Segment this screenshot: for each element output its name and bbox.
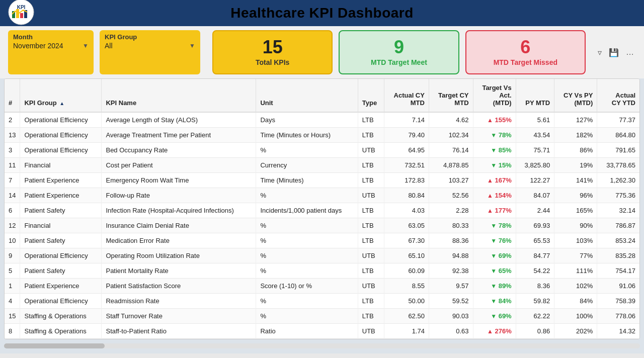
cell-kpi-group: Operational Efficiency: [20, 143, 102, 158]
cell-unit: %: [256, 233, 358, 248]
cell-unit: Ratio: [256, 324, 358, 339]
cell-target-cy-mtd: 76.14: [429, 143, 473, 158]
cell-target-vs-act: ▲ 276%: [473, 324, 516, 339]
col-actual-cy-ytd[interactable]: ActualCY YTD: [597, 79, 639, 112]
cell-target-vs-act: ▼ 84%: [473, 294, 516, 309]
cell-actual-cy-ytd: 786.87: [597, 218, 639, 233]
cell-kpi-name: Average Length of Stay (ALOS): [102, 112, 256, 128]
cell-actual-cy-mtd: 65.10: [384, 248, 429, 263]
cell-number: 2: [5, 112, 20, 128]
kpi-group-filter[interactable]: KPI Group All ▼: [100, 30, 200, 74]
cell-target-vs-act: ▼ 65%: [473, 263, 516, 279]
cell-cy-vs-py: 100%: [554, 309, 597, 324]
col-type[interactable]: Type: [358, 79, 384, 112]
cell-cy-vs-py: 90%: [554, 218, 597, 233]
cell-actual-cy-ytd: 754.17: [597, 263, 639, 279]
cell-unit: %: [256, 294, 358, 309]
cell-actual-cy-mtd: 80.84: [384, 188, 429, 203]
cell-actual-cy-mtd: 4.03: [384, 203, 429, 218]
col-cy-vs-py[interactable]: CY Vs PY(MTD): [554, 79, 597, 112]
cell-cy-vs-py: 127%: [554, 112, 597, 128]
cell-unit: Time (Minutes or Hours): [256, 128, 358, 143]
col-unit[interactable]: Unit: [256, 79, 358, 112]
total-kpis-card: 15 Total KPIs: [212, 30, 333, 74]
more-options-icon[interactable]: …: [624, 46, 636, 59]
col-kpi-name[interactable]: KPI Name: [102, 79, 256, 112]
cell-target-vs-act: ▲ 167%: [473, 173, 516, 188]
cell-number: 4: [5, 294, 20, 309]
month-chevron-icon: ▼: [83, 42, 89, 49]
month-filter[interactable]: Month November 2024 ▼: [8, 30, 94, 74]
col-target-cy-mtd[interactable]: Target CYMTD: [429, 79, 473, 112]
cell-kpi-group: Operational Efficiency: [20, 112, 102, 128]
cell-target-cy-mtd: 88.36: [429, 233, 473, 248]
kpi-table-container: # KPI Group ▲ KPI Name Unit Type Actual …: [4, 78, 640, 339]
cell-kpi-name: Medication Error Rate: [102, 233, 256, 248]
arrow-down-icon: ▼: [491, 132, 497, 139]
cell-type: UTB: [358, 188, 384, 203]
target-missed-card: 6 MTD Target Missed: [465, 30, 586, 74]
horizontal-scrollbar[interactable]: [4, 343, 640, 348]
cell-actual-cy-ytd: 778.06: [597, 309, 639, 324]
cell-type: UTB: [358, 248, 384, 263]
arrow-up-icon: ▲: [487, 192, 493, 199]
cell-target-vs-act: ▼ 76%: [473, 233, 516, 248]
cell-target-cy-mtd: 2.28: [429, 203, 473, 218]
cell-py-mtd: 65.53: [516, 233, 554, 248]
cell-kpi-name: Bed Occupancy Rate: [102, 143, 256, 158]
table-row: 15 Staffing & Operations Staff Turnover …: [5, 309, 639, 324]
col-py-mtd[interactable]: PY MTD: [516, 79, 554, 112]
target-meet-card: 9 MTD Target Meet: [339, 30, 459, 74]
cell-py-mtd: 62.22: [516, 309, 554, 324]
col-number[interactable]: #: [5, 79, 20, 112]
arrow-down-icon: ▼: [491, 267, 497, 275]
cell-actual-cy-ytd: 14.32: [597, 324, 639, 339]
export-icon[interactable]: 💾: [607, 46, 621, 59]
cell-target-cy-mtd: 52.56: [429, 188, 473, 203]
cell-actual-cy-ytd: 758.39: [597, 294, 639, 309]
cell-type: LTB: [358, 294, 384, 309]
cell-cy-vs-py: 103%: [554, 233, 597, 248]
kpi-group-chevron-icon: ▼: [189, 42, 195, 49]
table-row: 12 Financial Insurance Claim Denial Rate…: [5, 218, 639, 233]
cell-number: 9: [5, 248, 20, 263]
logo-icon: KPI: [8, 0, 34, 25]
col-kpi-group[interactable]: KPI Group ▲: [20, 79, 102, 112]
target-missed-number: 6: [520, 38, 530, 56]
table-row: 10 Patient Safety Medication Error Rate …: [5, 233, 639, 248]
col-target-vs-act[interactable]: Target VsAct.(MTD): [473, 79, 516, 112]
cell-target-cy-mtd: 80.33: [429, 218, 473, 233]
filter-icon[interactable]: ▿: [596, 46, 604, 59]
cell-target-vs-act: ▲ 154%: [473, 188, 516, 203]
cell-unit: Incidents/1,000 patient days: [256, 203, 358, 218]
target-meet-label: MTD Target Meet: [371, 58, 427, 66]
cell-actual-cy-mtd: 63.05: [384, 218, 429, 233]
page-title: Healthcare KPI Dashboard: [230, 5, 414, 21]
cell-actual-cy-ytd: 77.37: [597, 112, 639, 128]
cell-cy-vs-py: 84%: [554, 294, 597, 309]
cell-actual-cy-mtd: 7.14: [384, 112, 429, 128]
cell-kpi-name: Staff-to-Patient Ratio: [102, 324, 256, 339]
table-row: 6 Patient Safety Infection Rate (Hospita…: [5, 203, 639, 218]
cell-kpi-group: Staffing & Operations: [20, 324, 102, 339]
col-actual-cy-mtd[interactable]: Actual CYMTD: [384, 79, 429, 112]
cell-kpi-name: Follow-up Rate: [102, 188, 256, 203]
cell-unit: %: [256, 248, 358, 263]
cell-kpi-group: Operational Efficiency: [20, 294, 102, 309]
cell-target-vs-act: ▼ 15%: [473, 158, 516, 173]
cell-cy-vs-py: 19%: [554, 158, 597, 173]
cell-target-cy-mtd: 94.88: [429, 248, 473, 263]
cell-actual-cy-ytd: 864.80: [597, 128, 639, 143]
svg-rect-3: [16, 9, 19, 18]
target-missed-label: MTD Target Missed: [494, 58, 557, 66]
cell-kpi-group: Financial: [20, 158, 102, 173]
cell-kpi-group: Operational Efficiency: [20, 128, 102, 143]
scrollbar-thumb[interactable]: [4, 343, 105, 348]
target-meet-number: 9: [394, 38, 404, 56]
cell-actual-cy-ytd: 1,262.30: [597, 173, 639, 188]
cell-number: 14: [5, 188, 20, 203]
cell-type: LTB: [358, 158, 384, 173]
svg-rect-4: [20, 13, 23, 18]
cell-type: LTB: [358, 233, 384, 248]
page-header: KPI Healthcare KPI Dashboard: [0, 0, 644, 26]
